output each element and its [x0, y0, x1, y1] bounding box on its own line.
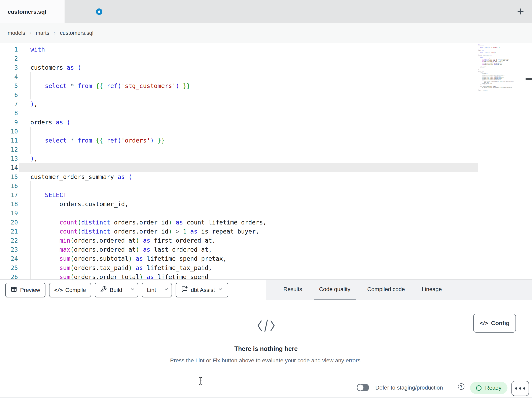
- line-number: 22: [0, 236, 18, 245]
- chevron-down-icon: [164, 287, 169, 293]
- code-text: with: [30, 45, 45, 54]
- code-line[interactable]: 4: [0, 72, 532, 81]
- build-button[interactable]: Build: [95, 283, 127, 297]
- panel-tab-compiled-code[interactable]: Compiled code: [362, 280, 410, 300]
- breadcrumb-file[interactable]: customers.sql: [60, 30, 94, 36]
- code-line[interactable]: 18 orders.customer_id,: [0, 200, 532, 209]
- code-text: SELECT: [30, 190, 67, 200]
- code-line[interactable]: 3customers as (: [0, 63, 532, 72]
- dbt-assist-button[interactable]: dbt Assist: [176, 283, 228, 297]
- line-number: 12: [0, 145, 18, 154]
- breadcrumb-models[interactable]: models: [8, 30, 25, 36]
- chevron-down-icon: [130, 287, 135, 293]
- line-number: 1: [0, 45, 18, 54]
- code-text: ),: [30, 99, 38, 109]
- code-line[interactable]: 8: [0, 109, 532, 117]
- code-text: orders.customer_id,: [30, 200, 128, 209]
- plus-icon: [517, 7, 525, 16]
- help-icon[interactable]: ?: [458, 383, 464, 390]
- code-line[interactable]: 16: [0, 181, 532, 190]
- dbt-assist-label: dbt Assist: [191, 287, 215, 293]
- lint-dropdown-button[interactable]: [161, 283, 171, 297]
- code-line[interactable]: 7),: [0, 99, 532, 109]
- code-line[interactable]: 21 count(distinct orders.order_id) > 1 a…: [0, 227, 532, 236]
- code-line[interactable]: 11 select * from {{ ref('orders') }}: [0, 136, 532, 145]
- ready-status-icon: [476, 385, 481, 391]
- line-number: 21: [0, 227, 18, 236]
- breadcrumb: models › marts › customers.sql: [8, 23, 93, 43]
- code-text: min(orders.ordered_at) as first_ordered_…: [30, 236, 216, 245]
- code-line[interactable]: 24 sum(orders.subtotal) as lifetime_spen…: [0, 254, 532, 263]
- code-line[interactable]: 9orders as (: [0, 118, 532, 127]
- indent-guide: [30, 127, 31, 136]
- empty-state-subtitle: Press the Lint or Fix button above to ev…: [0, 357, 532, 364]
- line-number: 4: [0, 72, 18, 81]
- line-number: 8: [0, 109, 18, 117]
- code-line[interactable]: 15customer_orders_summary as (: [0, 172, 532, 181]
- code-line[interactable]: 17 SELECT: [0, 190, 532, 200]
- code-text: sum(orders.subtotal) as lifetime_spend_p…: [30, 254, 227, 263]
- code-line[interactable]: 10: [0, 127, 532, 136]
- code-line[interactable]: 6: [0, 90, 532, 99]
- new-tab-button[interactable]: [515, 6, 526, 18]
- code-line[interactable]: 19: [0, 209, 532, 218]
- code-line[interactable]: 13),: [0, 154, 532, 163]
- line-number: 17: [0, 190, 18, 200]
- file-tab-title: customers.sql: [8, 9, 46, 15]
- editor-scrollbar-marker[interactable]: [526, 78, 532, 80]
- chevron-down-icon: [218, 287, 223, 293]
- code-line[interactable]: 20 count(distinct orders.order_id) as co…: [0, 218, 532, 227]
- indent-guide: [30, 181, 31, 190]
- code-brackets-large-icon: [256, 330, 276, 333]
- preview-button[interactable]: Preview: [5, 283, 45, 297]
- indent-guide: [45, 209, 45, 218]
- lint-split-button: Lint: [142, 283, 172, 297]
- defer-toggle[interactable]: [357, 384, 369, 391]
- code-line[interactable]: 23 max(orders.ordered_at) as last_ordere…: [0, 245, 532, 254]
- build-split-button: Build: [95, 283, 138, 297]
- code-text: customer_orders_summary as (: [30, 172, 132, 181]
- line-number: 2: [0, 54, 18, 63]
- code-line[interactable]: 22 min(orders.ordered_at) as first_order…: [0, 236, 532, 245]
- code-editor[interactable]: 1with23customers as (45 select * from {{…: [0, 43, 532, 280]
- code-text: max(orders.ordered_at) as last_ordered_a…: [30, 245, 212, 254]
- breadcrumb-marts[interactable]: marts: [36, 30, 50, 36]
- editor-minimap[interactable]: with customers as ( select * from {{ ref…: [478, 44, 523, 91]
- line-number: 7: [0, 99, 18, 109]
- code-line[interactable]: 12: [0, 145, 532, 154]
- config-button[interactable]: </> Config: [473, 314, 516, 333]
- code-line[interactable]: 25 sum(orders.tax_paid) as lifetime_tax_…: [0, 263, 532, 272]
- indent-guide: [30, 145, 31, 154]
- assist-chat-icon: [181, 286, 188, 294]
- build-dropdown-button[interactable]: [127, 283, 138, 297]
- line-number: 25: [0, 263, 18, 272]
- preview-label: Preview: [20, 287, 40, 293]
- code-text: sum(orders.tax_paid) as lifetime_tax_pai…: [30, 263, 212, 272]
- code-line[interactable]: 14: [0, 163, 532, 172]
- compile-button[interactable]: </> Compile: [49, 283, 91, 297]
- code-line[interactable]: 26 sum(orders.order_total) as lifetime_s…: [0, 272, 532, 280]
- panel-tab-code-quality[interactable]: Code quality: [314, 280, 356, 300]
- status-bar: Defer to staging/production ? Ready: [0, 381, 532, 397]
- line-number: 10: [0, 127, 18, 136]
- code-text: orders as (: [30, 118, 70, 127]
- code-text: select * from {{ ref('stg_customers') }}: [30, 81, 190, 90]
- file-tab-customers-sql[interactable]: customers.sql: [0, 0, 65, 24]
- lint-button[interactable]: Lint: [142, 283, 161, 297]
- code-line[interactable]: 1with: [0, 45, 532, 54]
- config-label: Config: [491, 320, 510, 326]
- panel-tab-results[interactable]: Results: [278, 280, 307, 300]
- line-number: 13: [0, 154, 18, 163]
- line-number: 19: [0, 209, 18, 218]
- empty-state-title: There is nothing here: [0, 345, 532, 352]
- line-number: 5: [0, 81, 18, 90]
- code-line[interactable]: 2: [0, 54, 532, 63]
- panel-tab-lineage[interactable]: Lineage: [417, 280, 447, 300]
- code-brackets-icon: </>: [480, 320, 488, 326]
- lint-label: Lint: [147, 287, 156, 293]
- code-text: sum(orders.order_total) as lifetime_spen…: [30, 272, 208, 280]
- more-options-button[interactable]: [512, 381, 529, 396]
- code-lines: 1with23customers as (45 select * from {{…: [0, 45, 532, 280]
- code-line[interactable]: 5 select * from {{ ref('stg_customers') …: [0, 81, 532, 90]
- table-icon: [10, 286, 17, 294]
